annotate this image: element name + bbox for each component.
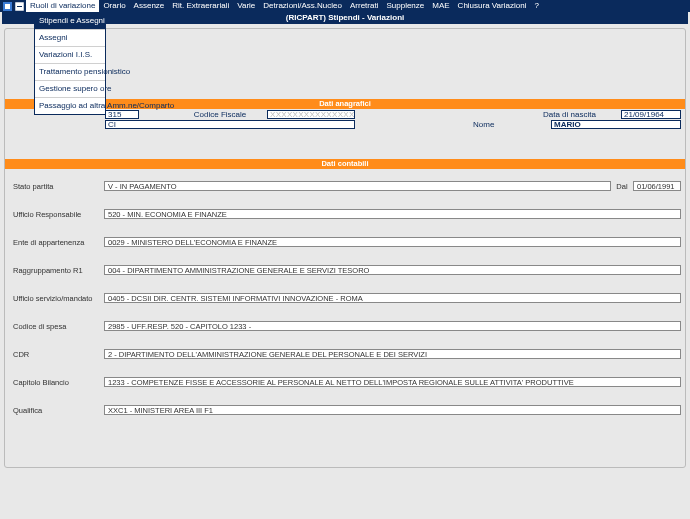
input-cdr[interactable]: 2 - DIPARTIMENTO DELL'AMMINISTRAZIONE GE…: [104, 349, 681, 359]
input-raggruppamento-r1[interactable]: 004 - DIPARTIMENTO AMMINISTRAZIONE GENER…: [104, 265, 681, 275]
label-raggruppamento-r1: Raggruppamento R1: [9, 266, 104, 275]
menubar: Ruoli di variazione Orario Assenze Rit. …: [0, 0, 690, 12]
label-capitolo-bilancio: Capitolo Bilancio: [9, 378, 104, 387]
label-ente-appartenenza: Ente di appartenenza: [9, 238, 104, 247]
menu-ruoli-variazione[interactable]: Ruoli di variazione: [26, 0, 99, 12]
dd-gestione-supero-ore[interactable]: Gestione supero ore: [35, 81, 105, 98]
menu-arretrati[interactable]: Arretrati: [346, 0, 382, 12]
menu-orario[interactable]: Orario: [99, 0, 129, 12]
row-capitolo-bilancio: Capitolo Bilancio 1233 - COMPETENZE FISS…: [9, 377, 681, 387]
dropdown-ruoli-variazione: Stipendi e Assegni Assegni Variazioni I.…: [34, 12, 106, 115]
label-nome: Nome: [471, 120, 541, 129]
menu-assenze[interactable]: Assenze: [130, 0, 169, 12]
main-panel: Dati anagrafici Iscriz 315 Codice Fiscal…: [4, 28, 686, 468]
row-ufficio-responsabile: Ufficio Responsabile 520 - MIN. ECONOMIA…: [9, 209, 681, 219]
row-ufficio-servizio: Ufficio servizio/mandato 0405 - DCSII DI…: [9, 293, 681, 303]
label-codice-fiscale: Codice Fiscale: [189, 110, 249, 119]
section-header-contabili: Dati contabili: [5, 159, 685, 169]
menu-rit-extraerariali[interactable]: Rit. Extraerariali: [168, 0, 233, 12]
input-ente-appartenenza[interactable]: 0029 - MINISTERO DELL'ECONOMIA E FINANZE: [104, 237, 681, 247]
input-codice-spesa[interactable]: 2985 - UFF.RESP. 520 - CAPITOLO 1233 -: [104, 321, 681, 331]
dd-trattamento-pensionistico[interactable]: Trattamento pensionistico: [35, 64, 105, 81]
input-capitolo-bilancio[interactable]: 1233 - COMPETENZE FISSE E ACCESSORIE AL …: [104, 377, 681, 387]
menu-help[interactable]: ?: [530, 0, 542, 12]
label-ufficio-responsabile: Ufficio Responsabile: [9, 210, 104, 219]
input-ufficio-responsabile[interactable]: 520 - MIN. ECONOMIA E FINANZE: [104, 209, 681, 219]
label-data-nascita: Data di nascita: [541, 110, 611, 119]
anagrafici-panel: Iscriz 315 Codice Fiscale XXXXXXXXXXXXXX…: [5, 109, 685, 129]
input-ufficio-servizio[interactable]: 0405 - DCSII DIR. CENTR. SISTEMI INFORMA…: [104, 293, 681, 303]
input-qualifica[interactable]: XXC1 - MINISTERI AREA III F1: [104, 405, 681, 415]
row-qualifica: Qualifica XXC1 - MINISTERI AREA III F1: [9, 405, 681, 415]
system-menu-icon[interactable]: [14, 1, 24, 11]
label-codice-spesa: Codice di spesa: [9, 322, 104, 331]
input-stato-partita-dal[interactable]: 01/06/1991: [633, 181, 681, 191]
label-cdr: CDR: [9, 350, 104, 359]
input-stato-partita[interactable]: V - IN PAGAMENTO: [104, 181, 611, 191]
menu-supplenze[interactable]: Supplenze: [382, 0, 428, 12]
menu-detrazioni[interactable]: Detrazioni/Ass.Nucleo: [259, 0, 346, 12]
dd-assegni[interactable]: Assegni: [35, 30, 105, 47]
menu-mae[interactable]: MAE: [428, 0, 453, 12]
svg-rect-1: [5, 4, 10, 9]
row-cdr: CDR 2 - DIPARTIMENTO DELL'AMMINISTRAZION…: [9, 349, 681, 359]
value-codice-fiscale: XXXXXXXXXXXXXXXX: [267, 110, 355, 119]
label-ufficio-servizio: Ufficio servizio/mandato: [9, 294, 104, 303]
app-icon: [2, 1, 12, 11]
value-cognome: CI: [105, 120, 355, 129]
menu-varie[interactable]: Varie: [233, 0, 259, 12]
contabili-panel: Stato partita V - IN PAGAMENTO Dal 01/06…: [5, 181, 685, 415]
menu-chiusura-variazioni[interactable]: Chiusura Variazioni: [454, 0, 531, 12]
value-nome: MARIO: [551, 120, 681, 129]
value-data-nascita: 21/09/1964: [621, 110, 681, 119]
svg-rect-3: [17, 6, 22, 7]
value-iscrizione: 315: [105, 110, 139, 119]
label-cognome: Cogn: [9, 120, 27, 129]
label-stato-partita-dal: Dal: [611, 182, 633, 191]
row-codice-spesa: Codice di spesa 2985 - UFF.RESP. 520 - C…: [9, 321, 681, 331]
dd-stipendi-assegni[interactable]: Stipendi e Assegni: [35, 13, 105, 30]
dd-passaggio-altra-amm[interactable]: Passaggio ad altra Amm.ne/Comparto: [35, 98, 105, 114]
label-qualifica: Qualifica: [9, 406, 104, 415]
label-stato-partita: Stato partita: [9, 182, 104, 191]
row-stato-partita: Stato partita V - IN PAGAMENTO Dal 01/06…: [9, 181, 681, 191]
dd-variazioni-iis[interactable]: Variazioni I.I.S.: [35, 47, 105, 64]
row-raggruppamento-r1: Raggruppamento R1 004 - DIPARTIMENTO AMM…: [9, 265, 681, 275]
label-iscrizione: Iscriz: [9, 110, 27, 119]
row-ente-appartenenza: Ente di appartenenza 0029 - MINISTERO DE…: [9, 237, 681, 247]
